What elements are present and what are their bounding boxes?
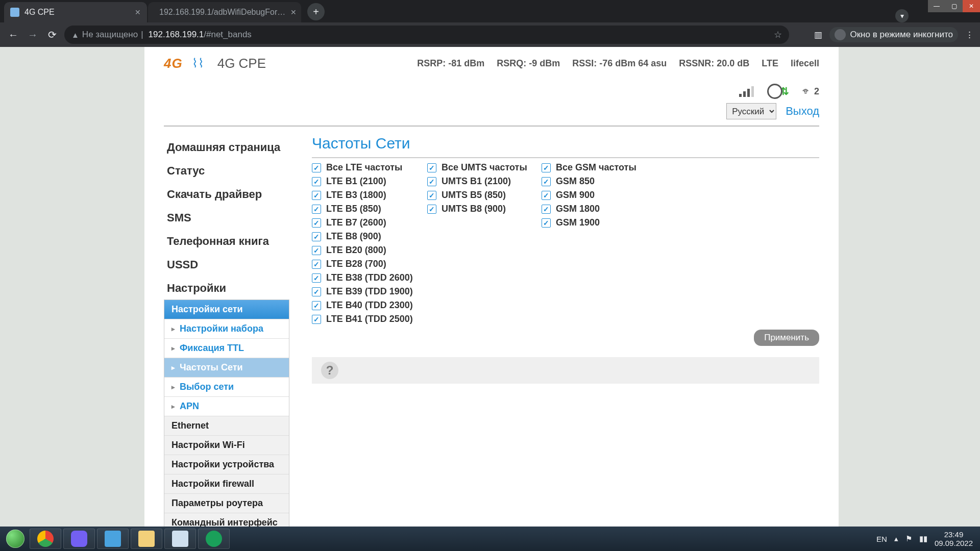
lte-checkbox[interactable] xyxy=(312,205,321,214)
umts-checkbox[interactable] xyxy=(427,163,436,172)
sidebar-item[interactable]: Настройки firewall xyxy=(164,474,289,493)
band-label: UMTS B8 (900) xyxy=(442,204,506,214)
sidebar-group-header[interactable]: Настройки сети xyxy=(164,300,289,319)
lte-checkbox[interactable] xyxy=(312,287,321,296)
tray-time: 23:49 xyxy=(935,530,973,539)
taskbar-app-viber[interactable] xyxy=(63,529,95,549)
tabs-dropdown-icon[interactable]: ▾ xyxy=(895,9,909,22)
umts-checkbox[interactable] xyxy=(427,191,436,200)
taskbar-app-5[interactable] xyxy=(164,529,196,549)
metric-rssi: RSSI: -76 dBm 64 asu xyxy=(572,58,667,69)
wifi-clients-count: 2 xyxy=(814,86,819,96)
sidebar-item[interactable]: Домашняя страница xyxy=(164,136,289,159)
new-tab-button[interactable]: + xyxy=(307,3,325,20)
extensions-icon[interactable]: ▥ xyxy=(814,30,822,40)
sidebar-subitem[interactable]: APN xyxy=(164,396,289,416)
back-button[interactable]: ← xyxy=(6,28,20,42)
tab-title: 4G CPE xyxy=(24,8,55,17)
lte-checkbox[interactable] xyxy=(312,177,321,186)
taskbar-app-3[interactable] xyxy=(97,529,129,549)
sidebar-item[interactable]: Телефонная книга xyxy=(164,230,289,253)
sidebar-item[interactable]: USSD xyxy=(164,253,289,277)
lte-checkbox[interactable] xyxy=(312,218,321,228)
tray-arrow-icon[interactable]: ▴ xyxy=(894,534,898,543)
forward-button[interactable]: → xyxy=(26,28,40,42)
tab-inactive[interactable]: 192.168.199.1/adbWifiDebugFor… ✕ xyxy=(148,2,301,22)
sidebar-subitem[interactable]: Настройки набора xyxy=(164,319,289,338)
close-window-button[interactable]: ✕ xyxy=(963,0,980,12)
not-secure-label: Не защищено xyxy=(82,30,138,40)
sidebar-item[interactable]: Параметры роутера xyxy=(164,493,289,513)
minimize-button[interactable]: — xyxy=(928,0,945,12)
window-controls: — ▢ ✕ xyxy=(928,0,980,12)
sidebar-item[interactable]: Настройки Wi-Fi xyxy=(164,435,289,455)
taskbar-app-explorer[interactable] xyxy=(131,529,162,549)
lte-checkbox[interactable] xyxy=(312,163,321,172)
security-indicator[interactable]: ▲ Не защищено | xyxy=(71,30,143,40)
lte-checkbox[interactable] xyxy=(312,246,321,255)
band-row: GSM 900 xyxy=(542,190,649,201)
close-icon[interactable]: ✕ xyxy=(290,8,297,16)
sidebar-subitem[interactable]: Частоты Сети xyxy=(164,358,289,377)
divider xyxy=(312,157,819,158)
metric-rsrp: RSRP: -81 dBm xyxy=(417,58,484,69)
lte-column: Все LTE частотыLTE B1 (2100)LTE B3 (1800… xyxy=(312,162,420,324)
band-row: LTE B8 (900) xyxy=(312,231,420,242)
menu-icon[interactable]: ⋮ xyxy=(965,30,974,40)
sidebar-item[interactable]: Статус xyxy=(164,159,289,183)
sidebar-item[interactable]: Настройки устройства xyxy=(164,455,289,474)
maximize-button[interactable]: ▢ xyxy=(945,0,963,12)
sidebar-subitem[interactable]: Фиксация TTL xyxy=(164,338,289,358)
metric-carrier: lifecell xyxy=(791,58,819,69)
sidebar-item[interactable]: Настройки xyxy=(164,277,289,300)
logout-link[interactable]: Выход xyxy=(786,105,819,118)
tab-active[interactable]: 4G CPE ✕ xyxy=(4,2,147,22)
band-label: GSM 900 xyxy=(556,190,595,201)
metric-rssnr: RSSNR: 20.0 dB xyxy=(679,58,749,69)
umts-checkbox[interactable] xyxy=(427,205,436,214)
gsm-checkbox[interactable] xyxy=(542,177,551,186)
sidebar-item[interactable]: Скачать драйвер xyxy=(164,183,289,206)
sidebar-item[interactable]: Ethernet xyxy=(164,416,289,435)
lte-checkbox[interactable] xyxy=(312,232,321,241)
taskbar-app-chrome[interactable] xyxy=(30,529,61,549)
page-header: 4G ⌇⌇ 4G CPE RSRP: -81 dBm RSRQ: -9 dBm … xyxy=(164,47,819,80)
band-label: LTE B38 (TDD 2600) xyxy=(326,272,413,283)
band-label: LTE B41 (TDD 2500) xyxy=(326,314,413,324)
band-row: LTE B1 (2100) xyxy=(312,176,420,187)
band-row: LTE B40 (TDD 2300) xyxy=(312,300,420,311)
incognito-badge[interactable]: Окно в режиме инкогнито xyxy=(829,27,958,42)
tray-clock[interactable]: 23:49 09.09.2022 xyxy=(935,530,973,548)
lte-checkbox[interactable] xyxy=(312,273,321,283)
lte-checkbox[interactable] xyxy=(312,260,321,269)
gsm-checkbox[interactable] xyxy=(542,163,551,172)
tray-lang[interactable]: EN xyxy=(876,535,887,543)
gsm-checkbox[interactable] xyxy=(542,205,551,214)
gsm-checkbox[interactable] xyxy=(542,218,551,228)
umts-checkbox[interactable] xyxy=(427,177,436,186)
language-select[interactable]: Русский xyxy=(726,103,776,119)
sidebar-item[interactable]: SMS xyxy=(164,206,289,230)
reload-button[interactable]: ⟳ xyxy=(45,28,59,42)
tray-flag-icon[interactable]: ⚑ xyxy=(905,534,912,543)
band-label: UMTS B1 (2100) xyxy=(442,176,511,187)
taskbar-app-6[interactable] xyxy=(198,529,230,549)
tray-network-icon[interactable]: ▮▮ xyxy=(919,534,927,543)
band-label: Все UMTS частоты xyxy=(442,162,527,173)
gsm-checkbox[interactable] xyxy=(542,191,551,200)
close-icon[interactable]: ✕ xyxy=(135,8,141,16)
band-label: LTE B3 (1800) xyxy=(326,190,386,201)
lte-checkbox[interactable] xyxy=(312,301,321,310)
help-icon[interactable]: ? xyxy=(321,362,338,379)
page-header-icons: ⇅ ᯤ 2 xyxy=(164,80,819,103)
band-label: LTE B40 (TDD 2300) xyxy=(326,300,413,311)
omnibox[interactable]: ▲ Не защищено | 192.168.199.1/#net_bands… xyxy=(64,26,789,44)
sidebar-subitem[interactable]: Выбор сети xyxy=(164,377,289,396)
bookmark-icon[interactable]: ☆ xyxy=(774,29,782,40)
tab-title: 192.168.199.1/adbWifiDebugFor… xyxy=(159,8,285,17)
lte-checkbox[interactable] xyxy=(312,315,321,324)
band-row: LTE B20 (800) xyxy=(312,245,420,256)
lte-checkbox[interactable] xyxy=(312,191,321,200)
start-button[interactable] xyxy=(3,529,28,549)
apply-button[interactable]: Применить xyxy=(754,330,819,346)
